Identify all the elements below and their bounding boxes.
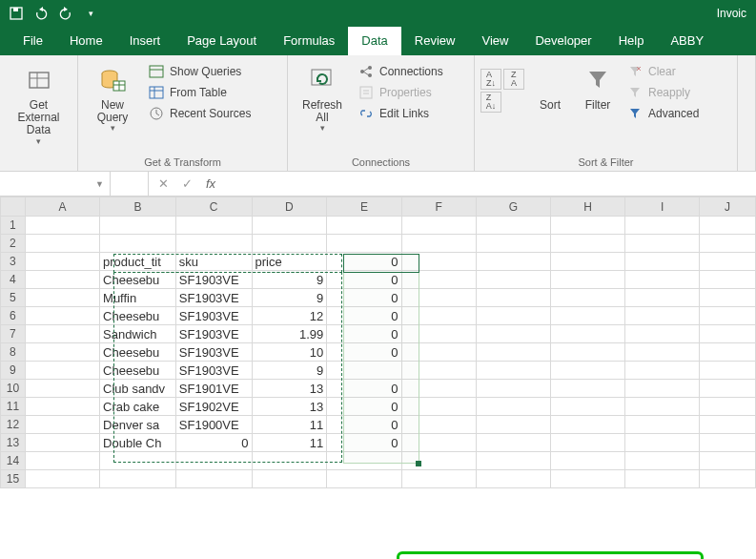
cell[interactable]: [550, 470, 624, 488]
cell[interactable]: [175, 217, 252, 235]
table-row[interactable]: 12Denver saSF1900VE110: [1, 416, 756, 434]
cell[interactable]: [550, 307, 624, 325]
row-header[interactable]: 3: [1, 253, 26, 271]
cell[interactable]: [625, 253, 700, 271]
cell[interactable]: Cheesebu: [100, 271, 176, 289]
cell[interactable]: [550, 416, 624, 434]
qat-customize-icon[interactable]: ▾: [80, 4, 101, 23]
row-header[interactable]: 12: [1, 416, 26, 434]
cell[interactable]: [401, 217, 476, 235]
cell[interactable]: [25, 416, 99, 434]
cell[interactable]: Cheesebu: [100, 343, 176, 362]
row-header[interactable]: 1: [1, 217, 26, 235]
cell[interactable]: [401, 416, 476, 434]
cell[interactable]: [401, 470, 476, 488]
cell[interactable]: price: [252, 253, 327, 271]
filter-button[interactable]: Filter: [576, 61, 620, 115]
show-queries-button[interactable]: Show Queries: [145, 61, 255, 82]
cell[interactable]: [700, 452, 756, 470]
cell[interactable]: [700, 217, 756, 235]
tab-review[interactable]: Review: [401, 27, 469, 55]
cell[interactable]: 12: [252, 307, 327, 325]
cell[interactable]: [625, 398, 700, 416]
table-row[interactable]: 13Double Ch0110: [1, 434, 756, 452]
table-row[interactable]: 8CheesebuSF1903VE100: [1, 343, 756, 362]
cell[interactable]: [100, 217, 176, 235]
table-row[interactable]: 5MuffinSF1903VE90: [1, 289, 756, 307]
cell[interactable]: [476, 362, 550, 380]
cell[interactable]: [327, 470, 401, 488]
table-row[interactable]: 1: [1, 217, 756, 235]
cell[interactable]: [401, 452, 476, 470]
cell[interactable]: Sandwich: [100, 325, 176, 343]
cell[interactable]: [401, 325, 476, 343]
advanced-filter-button[interactable]: Advanced: [623, 103, 703, 124]
row-header[interactable]: 14: [1, 452, 26, 470]
cell[interactable]: [25, 235, 99, 253]
cell[interactable]: 0: [327, 253, 401, 271]
cell[interactable]: [476, 380, 550, 398]
table-row[interactable]: 9CheesebuSF1903VE9: [1, 362, 756, 380]
cell[interactable]: 9: [252, 271, 327, 289]
cell[interactable]: [700, 253, 756, 271]
cell[interactable]: [625, 271, 700, 289]
cell[interactable]: [327, 217, 401, 235]
recent-sources-button[interactable]: Recent Sources: [145, 103, 255, 124]
cell[interactable]: 9: [252, 362, 327, 380]
fill-handle[interactable]: [416, 461, 421, 466]
cell[interactable]: [550, 271, 624, 289]
cell[interactable]: [550, 398, 624, 416]
fx-icon[interactable]: fx: [206, 176, 215, 191]
cell[interactable]: 11: [252, 416, 327, 434]
cell[interactable]: [25, 398, 99, 416]
cell[interactable]: [25, 253, 99, 271]
name-box-dropdown-icon[interactable]: ▼: [95, 179, 104, 189]
cell[interactable]: 0: [327, 416, 401, 434]
cell[interactable]: [700, 434, 756, 452]
cell[interactable]: Cheesebu: [100, 362, 176, 380]
cell[interactable]: SF1903VE: [175, 325, 252, 343]
tab-formulas[interactable]: Formulas: [270, 27, 348, 55]
cell[interactable]: [25, 307, 99, 325]
cell[interactable]: [476, 217, 550, 235]
cell[interactable]: [625, 217, 700, 235]
cell[interactable]: [327, 235, 401, 253]
cell[interactable]: [25, 362, 99, 380]
col-header[interactable]: H: [550, 197, 624, 217]
cell[interactable]: [700, 416, 756, 434]
cell[interactable]: [476, 434, 550, 452]
get-external-data-button[interactable]: Get External Data: [6, 61, 72, 150]
cell[interactable]: [476, 325, 550, 343]
cell[interactable]: [25, 325, 99, 343]
col-header[interactable]: A: [25, 197, 99, 217]
cell[interactable]: [550, 434, 624, 452]
cell[interactable]: Cheesebu: [100, 307, 176, 325]
row-header[interactable]: 7: [1, 325, 26, 343]
table-row[interactable]: 3product_titskuprice0: [1, 253, 756, 271]
cell[interactable]: 0: [327, 271, 401, 289]
cell[interactable]: [625, 452, 700, 470]
cell[interactable]: [550, 235, 624, 253]
undo-icon[interactable]: [31, 4, 51, 23]
cell[interactable]: [625, 470, 700, 488]
row-header[interactable]: 11: [1, 398, 26, 416]
cell[interactable]: 10: [252, 343, 327, 362]
refresh-all-button[interactable]: Refresh All: [294, 61, 351, 137]
new-query-button[interactable]: New Query: [84, 61, 141, 137]
cell[interactable]: [700, 343, 756, 362]
cell[interactable]: [100, 470, 176, 488]
cell[interactable]: SF1903VE: [175, 362, 252, 380]
from-table-button[interactable]: From Table: [145, 82, 255, 103]
cell[interactable]: [175, 235, 252, 253]
tab-insert[interactable]: Insert: [116, 27, 174, 55]
col-header[interactable]: E: [327, 197, 401, 217]
cell[interactable]: [175, 470, 252, 488]
cell[interactable]: [476, 398, 550, 416]
table-row[interactable]: 14: [1, 452, 756, 470]
cell[interactable]: [401, 398, 476, 416]
cell[interactable]: product_tit: [100, 253, 176, 271]
cell[interactable]: [401, 380, 476, 398]
cell[interactable]: [550, 325, 624, 343]
col-header[interactable]: B: [100, 197, 176, 217]
cell[interactable]: SF1903VE: [175, 343, 252, 362]
